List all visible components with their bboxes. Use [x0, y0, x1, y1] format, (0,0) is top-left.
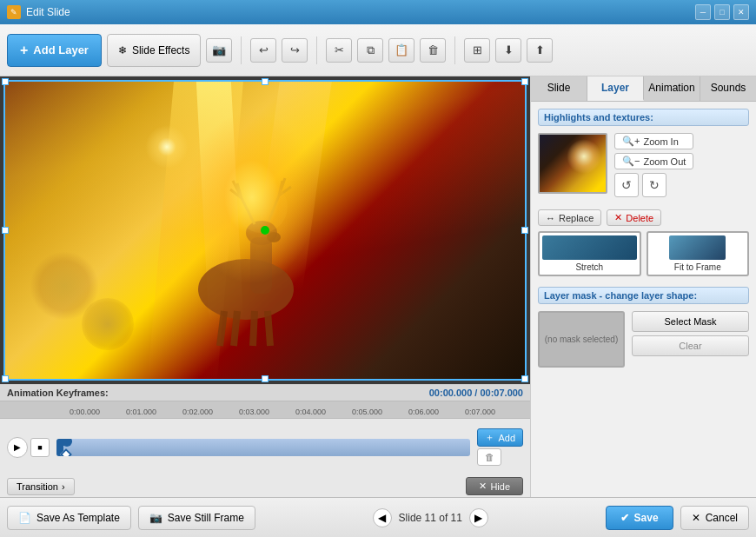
separator-1	[241, 36, 242, 64]
save-as-template-button[interactable]: 📄 Save As Template	[7, 506, 131, 530]
zoom-in-icon: 🔍+	[622, 136, 640, 147]
slide-effects-button[interactable]: ❄ Slide Effects	[107, 34, 201, 67]
hide-button[interactable]: ✕ Hide	[466, 477, 523, 495]
replace-button[interactable]: ↔ Replace	[538, 209, 601, 226]
track-add-controls: ＋ Add 🗑	[477, 428, 523, 466]
video-button[interactable]: 📷	[206, 38, 232, 63]
cancel-button[interactable]: ✕ Cancel	[680, 506, 749, 530]
tab-layer-label: Layer	[601, 82, 629, 94]
undo-icon: ↩	[259, 43, 269, 56]
zoom-out-icon: 🔍−	[622, 156, 640, 167]
toolbar: + Add Layer ❄ Slide Effects 📷 ↩ ↪ ✂ ⧉ 📋 …	[0, 24, 756, 76]
rotate-cw-button[interactable]: ↻	[642, 173, 666, 197]
canvas-wrapper[interactable]	[3, 80, 527, 381]
paste-icon: 📋	[395, 43, 408, 56]
stop-button[interactable]: ■	[30, 438, 50, 457]
mask-preview: (no mask selected)	[538, 311, 625, 368]
delete-keyframe-button[interactable]: 🗑	[477, 448, 501, 466]
stretch-preview	[542, 235, 637, 260]
maximize-button[interactable]: □	[714, 4, 730, 20]
tab-layer[interactable]: Layer	[587, 76, 644, 101]
svg-line-6	[253, 311, 255, 346]
plus-icon: +	[20, 43, 28, 58]
fit-to-frame-button[interactable]: Fit to Frame	[647, 231, 750, 276]
svg-line-5	[234, 311, 237, 346]
x-circle-icon: ✕	[479, 481, 487, 492]
track-bar[interactable]	[56, 439, 470, 456]
time-display: 00:00.000 / 00:07.000	[429, 388, 523, 398]
rotate-ccw-button[interactable]: ↺	[614, 173, 639, 197]
main-content: Animation Keyframes: 00:00.000 / 00:07.0…	[0, 76, 756, 497]
resize-icon: ⊞	[473, 43, 482, 56]
clear-label: Clear	[679, 341, 701, 351]
clear-button[interactable]: Clear	[632, 335, 749, 356]
texture-glow	[567, 139, 601, 174]
stretch-button[interactable]: Stretch	[538, 231, 641, 276]
tab-animation[interactable]: Animation	[644, 76, 700, 101]
timeline-track-area: ▶ ■ ＋ Add 🗑	[0, 419, 530, 475]
check-icon: ✔	[620, 512, 629, 524]
prev-slide-button[interactable]: ◀	[373, 508, 392, 527]
cut-button[interactable]: ✂	[326, 38, 352, 63]
separator-2	[316, 36, 317, 64]
video-icon: 📷	[212, 43, 226, 56]
save-button[interactable]: ✔ Save	[606, 506, 673, 530]
mask-buttons: Select Mask Clear	[632, 311, 749, 368]
tab-slide[interactable]: Slide	[531, 76, 587, 101]
separator-3	[454, 36, 455, 64]
select-mask-button[interactable]: Select Mask	[632, 311, 749, 332]
move-up-button[interactable]: ⬆	[527, 38, 553, 63]
tab-sounds[interactable]: Sounds	[700, 76, 756, 101]
minimize-button[interactable]: ─	[695, 4, 711, 20]
panel-tabs: Slide Layer Animation Sounds	[531, 76, 756, 102]
rotate-row: ↺ ↻	[614, 173, 693, 197]
move-down-button[interactable]: ⬇	[495, 38, 521, 63]
canvas-area[interactable]	[0, 76, 530, 384]
rotate-ccw-icon: ↺	[621, 178, 632, 192]
tab-slide-label: Slide	[547, 82, 571, 94]
timeline-ruler: 0:00.000 0:01.000 0:02.000 0:03.000 0:04…	[0, 401, 530, 419]
stretch-label: Stretch	[542, 262, 637, 272]
play-controls: ▶ ■	[7, 437, 50, 458]
add-layer-label: Add Layer	[33, 43, 89, 56]
mask-title: Layer mask - change layer shape:	[538, 287, 749, 304]
texture-thumbnail[interactable]	[538, 133, 607, 194]
zoom-out-button[interactable]: 🔍− Zoom Out	[614, 153, 693, 169]
redo-button[interactable]: ↪	[282, 38, 308, 63]
close-button[interactable]: ✕	[733, 4, 749, 20]
save-still-frame-label: Save Still Frame	[168, 512, 244, 524]
copy-button[interactable]: ⧉	[357, 38, 383, 63]
play-button[interactable]: ▶	[7, 437, 28, 458]
zoom-in-button[interactable]: 🔍+ Zoom In	[614, 133, 693, 149]
add-layer-button[interactable]: + Add Layer	[7, 34, 102, 67]
add-keyframe-button[interactable]: ＋ Add	[477, 428, 523, 447]
snowflake-icon: ❄	[118, 44, 127, 56]
move-up-icon: ⬆	[535, 43, 545, 56]
track-playhead[interactable]	[62, 439, 72, 447]
zoom-in-label: Zoom In	[643, 136, 678, 147]
delete-button[interactable]: 🗑	[420, 38, 446, 63]
delete-icon: ✕	[614, 212, 622, 223]
next-slide-button[interactable]: ▶	[469, 508, 488, 527]
save-still-frame-button[interactable]: 📷 Save Still Frame	[138, 506, 255, 530]
rotate-cw-icon: ↻	[649, 178, 660, 192]
bottom-bar: 📄 Save As Template 📷 Save Still Frame ◀ …	[0, 497, 756, 537]
highlights-title: Highlights and textures:	[538, 109, 749, 126]
save-as-template-label: Save As Template	[36, 512, 120, 524]
bottom-right: ✔ Save ✕ Cancel	[606, 506, 749, 530]
resize-button[interactable]: ⊞	[464, 38, 490, 63]
transition-button[interactable]: Transition ›	[7, 478, 75, 495]
select-mask-label: Select Mask	[665, 316, 717, 327]
panel-content: Highlights and textures: 🔍+ Zoom In 🔍− Z…	[531, 102, 756, 497]
texture-actions: 🔍+ Zoom In 🔍− Zoom Out ↺ ↻	[614, 133, 693, 202]
template-icon: 📄	[18, 512, 31, 524]
stretch-fit-container: Stretch Fit to Frame	[538, 231, 749, 276]
timeline: Animation Keyframes: 00:00.000 / 00:07.0…	[0, 384, 530, 497]
paste-button[interactable]: 📋	[388, 38, 414, 63]
delete-texture-button[interactable]: ✕ Delete	[607, 209, 661, 226]
trash-icon: 🗑	[485, 452, 494, 462]
fit-label: Fit to Frame	[651, 262, 746, 272]
bottom-left: 📄 Save As Template 📷 Save Still Frame	[7, 506, 255, 530]
app-icon: ✎	[7, 5, 21, 19]
undo-button[interactable]: ↩	[250, 38, 276, 63]
